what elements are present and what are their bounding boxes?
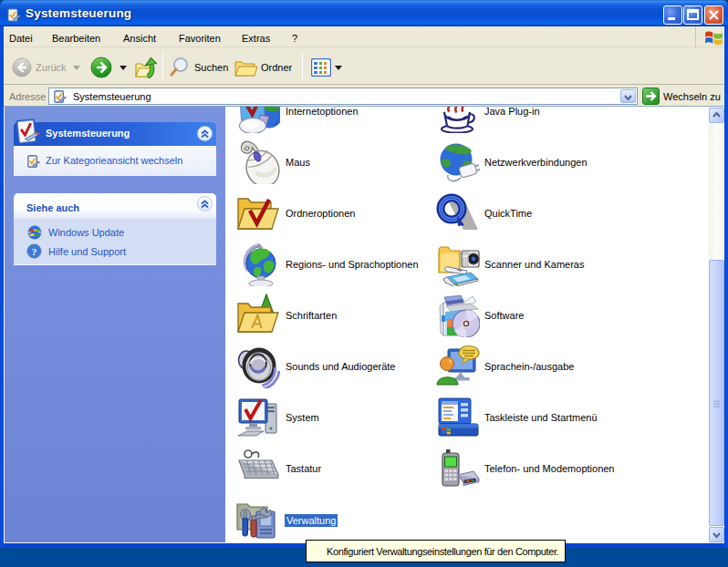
svg-text:?: ? bbox=[32, 246, 37, 257]
